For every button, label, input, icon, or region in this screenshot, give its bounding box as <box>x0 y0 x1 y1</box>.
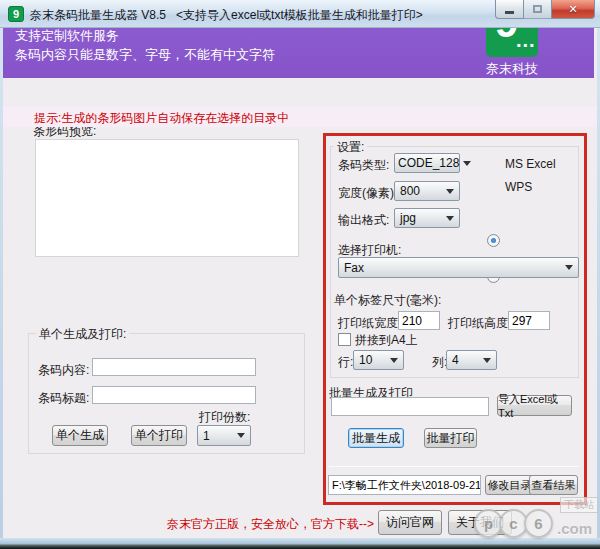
logo-dots: ... <box>516 29 536 52</box>
header-line-2: 支持定制软件服务 <box>15 27 119 45</box>
window-border-left <box>0 0 3 549</box>
visit-website-label: 访问官网 <box>386 514 434 531</box>
print-copies-select[interactable]: 1 <box>197 425 251 446</box>
about-us-label: 关于我们 <box>456 514 504 531</box>
barcode-content-input[interactable] <box>92 358 256 376</box>
header-line-3: 条码内容只能是数字、字母，不能有中文字符 <box>15 46 275 64</box>
window-border-bottom <box>0 538 600 549</box>
barcode-title-label: 条码标题: <box>38 390 89 407</box>
tip-bar: 提示:生成的条形码图片自动保存在选择的目录中 <box>3 106 597 127</box>
app-icon: 9 <box>8 6 24 22</box>
print-copies-label: 打印份数: <box>199 409 250 426</box>
tip-text: 提示:生成的条形码图片自动保存在选择的目录中 <box>34 110 289 127</box>
maximize-button[interactable] <box>524 0 551 19</box>
minimize-icon <box>505 11 514 14</box>
brand-name: 奈末科技 <box>478 60 546 78</box>
window-controls: ✕ <box>495 0 595 19</box>
window-subtitle-text: <支持导入excel或txt模板批量生成和批量打印> <box>176 8 423 22</box>
single-generate-button[interactable]: 单个生成 <box>52 425 108 446</box>
visit-website-button[interactable]: 访问官网 <box>378 510 442 535</box>
watermark-letter-6: 6 <box>524 509 553 538</box>
watermark-com: .com <box>557 520 592 537</box>
barcode-content-label: 条码内容: <box>38 362 89 379</box>
app-window: 9 奈末条码批量生成器 V8.5<支持导入excel或txt模板批量生成和批量打… <box>0 0 600 549</box>
single-group-label: 单个生成及打印: <box>36 326 129 343</box>
about-us-button[interactable]: 关于我们 <box>448 510 512 535</box>
close-button[interactable]: ✕ <box>551 0 595 19</box>
barcode-preview-box <box>35 139 299 257</box>
barcode-title-input[interactable] <box>92 386 256 404</box>
window-title: 奈末条码批量生成器 V8.5<支持导入excel或txt模板批量生成和批量打印> <box>30 7 423 24</box>
single-print-button[interactable]: 单个打印 <box>131 425 187 446</box>
single-generate-label: 单个生成 <box>56 427 104 444</box>
settings-panel <box>323 133 587 505</box>
maximize-icon <box>533 5 542 13</box>
window-title-text: 奈末条码批量生成器 V8.5 <box>30 8 166 22</box>
dropdown-arrow-icon <box>237 433 245 438</box>
minimize-button[interactable] <box>495 0 524 19</box>
close-icon: ✕ <box>568 3 577 16</box>
single-print-label: 单个打印 <box>135 427 183 444</box>
print-copies-value: 1 <box>203 429 210 443</box>
footer-promo-text: 奈末官方正版，安全放心，官方下载--> <box>167 516 374 533</box>
